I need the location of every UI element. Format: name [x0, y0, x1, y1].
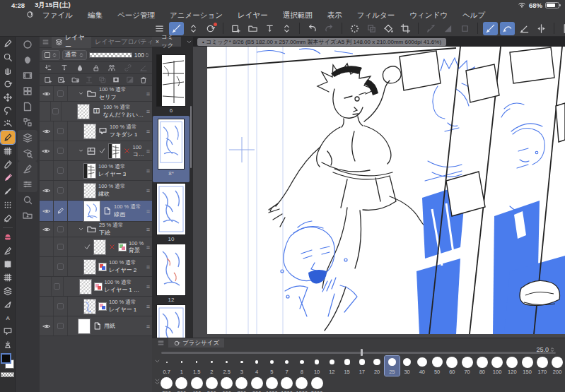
dock-edge-button[interactable]	[18, 37, 37, 52]
main-color-swatch[interactable]	[1, 353, 11, 364]
brush-tool-icon[interactable]	[1, 184, 15, 198]
layer-visibility-toggle[interactable]	[40, 222, 54, 237]
layer-visibility-toggle[interactable]	[40, 161, 54, 180]
canvas-size-icon[interactable]	[398, 22, 413, 35]
layer-state-box[interactable]	[54, 86, 68, 101]
expand-chevron-icon[interactable]	[78, 90, 84, 97]
template-icon[interactable]	[60, 64, 69, 72]
layer-state-box[interactable]	[51, 102, 62, 121]
menu-ヘルプ[interactable]: ヘルプ	[462, 11, 485, 20]
angle-disabled-icon[interactable]	[139, 64, 148, 72]
brush-preset-1500[interactable]: 1500	[294, 377, 309, 392]
tab-layers[interactable]: レイヤー	[52, 37, 91, 48]
layer-editing-pen-icon[interactable]	[54, 201, 68, 221]
export-chevron-icon[interactable]	[279, 22, 294, 35]
close-icon[interactable]: ×	[156, 38, 159, 45]
dock-ink-icon[interactable]	[18, 52, 37, 68]
layer-state-box[interactable]	[54, 161, 68, 180]
canvas-title-tab[interactable]: • コミック* 8/26 (B5 182.00 x 257.00mm 製本サイズ…	[197, 38, 446, 46]
device-icon[interactable]	[559, 22, 565, 35]
dock-brush-settings-icon[interactable]	[18, 161, 37, 177]
brush-preset-60[interactable]: 60	[445, 356, 460, 376]
dock-materials-icon[interactable]	[18, 208, 37, 223]
layer-row-下絵[interactable]: 25 % 通常下絵≡	[40, 222, 152, 237]
brush-preset-1200[interactable]: 1200	[279, 377, 294, 392]
brush-preset-500[interactable]: 500	[204, 377, 219, 392]
brush-preset-200[interactable]: 200	[550, 356, 565, 376]
frame-border-tool-icon[interactable]	[1, 338, 15, 351]
dock-workspace-icon[interactable]	[18, 114, 37, 130]
dock-animation-icon[interactable]	[18, 68, 37, 83]
opacity-slider[interactable]	[89, 52, 132, 58]
page-thumbnail-partial[interactable]	[152, 305, 190, 339]
dock-tool-property-icon[interactable]	[18, 177, 37, 192]
fill-bucket-icon[interactable]	[381, 22, 396, 35]
lock-layer-icon[interactable]	[92, 64, 100, 72]
page-panel-tab[interactable]: × コミック	[152, 37, 181, 47]
layer-row-レイヤー 2[interactable]: 100 % 通常レイヤー 2≡	[40, 257, 152, 277]
layer-row-背景[interactable]: 100 %背景≡	[40, 237, 152, 257]
blend-mode-select[interactable]: 通常	[62, 50, 87, 60]
selection-square-icon[interactable]	[458, 22, 472, 35]
brush-size-slider[interactable]	[161, 349, 556, 356]
new-canvas-icon[interactable]	[228, 22, 243, 35]
brush-preset-4[interactable]: 4	[250, 356, 264, 376]
brush-preset-120[interactable]: 120	[505, 356, 520, 376]
merge-disabled-icon[interactable]	[98, 76, 107, 84]
layer-thumbnail[interactable]	[79, 279, 92, 295]
tab-layer-property[interactable]: レイヤープロパティ	[91, 37, 152, 48]
brush-preset-300[interactable]: 300	[174, 377, 189, 392]
menu-表示[interactable]: 表示	[327, 11, 342, 20]
dock-tone-icon[interactable]	[18, 83, 37, 99]
brush-preset-40[interactable]: 40	[414, 356, 429, 376]
layer-visibility-toggle[interactable]	[40, 277, 52, 296]
hand-tool-icon[interactable]	[1, 64, 15, 77]
link-disabled-icon[interactable]	[124, 64, 132, 72]
eraser-tool-icon[interactable]	[1, 211, 15, 225]
layer-drag-handle[interactable]: ≡	[146, 167, 150, 174]
selection-tri-icon[interactable]	[441, 22, 455, 35]
dock-navigator-icon[interactable]	[18, 192, 37, 208]
redo-icon[interactable]	[322, 22, 337, 35]
layer-drag-handle[interactable]: ≡	[146, 108, 150, 115]
select-layer-icon[interactable]	[364, 22, 379, 35]
page-scrollbar[interactable]	[190, 106, 192, 168]
layer-visibility-toggle[interactable]	[40, 297, 54, 316]
layer-thumbnail[interactable]	[83, 259, 96, 275]
dock-layer-search-icon[interactable]	[18, 145, 37, 161]
layer-drag-handle[interactable]: ≡	[146, 208, 150, 215]
text-tool-icon[interactable]: A	[1, 311, 15, 324]
selection-pen-icon[interactable]	[424, 22, 438, 35]
page-thumbnail-10[interactable]: 10	[152, 184, 190, 247]
layer-thumbnail[interactable]	[83, 299, 96, 314]
layer-thumbnail[interactable]	[83, 183, 96, 198]
expand-chevron-icon[interactable]	[78, 148, 84, 154]
operation-tool-icon[interactable]	[1, 37, 15, 50]
menu-アニメーション[interactable]: アニメーション	[170, 11, 223, 20]
brush-preset-3[interactable]: 3	[234, 356, 249, 376]
wand-tool-icon[interactable]	[1, 117, 15, 131]
tone-tool-icon[interactable]	[1, 198, 15, 211]
opacity-value[interactable]: 100	[134, 52, 150, 59]
brush-preset-30[interactable]: 30	[400, 356, 414, 376]
layer-visibility-toggle[interactable]	[40, 316, 54, 335]
layer-visibility-toggle[interactable]	[40, 121, 54, 141]
transparent-color-swatch[interactable]	[1, 372, 14, 377]
dock-layer-icon[interactable]	[18, 130, 37, 145]
layer-row-セリフ[interactable]: 100 % 通常セリフ≡	[40, 86, 152, 102]
layer-drag-handle[interactable]: ≡	[146, 263, 150, 271]
page-thumbnail-12[interactable]: 12	[152, 244, 190, 308]
blend-tool-icon[interactable]	[1, 244, 15, 257]
layer-drag-handle[interactable]: ≡	[146, 226, 150, 233]
undo-icon[interactable]	[305, 22, 320, 35]
brush-preset-600[interactable]: 600	[219, 377, 234, 392]
brush-preset-7[interactable]: 7	[279, 356, 294, 376]
flip-view-icon[interactable]	[534, 22, 549, 35]
brush-size-value[interactable]: 25.0	[536, 346, 555, 353]
new-folder-icon[interactable]	[71, 76, 80, 84]
brush-preset-800[interactable]: 800	[250, 377, 264, 392]
zoom-tool-icon[interactable]	[1, 50, 15, 64]
brush-preset-70[interactable]: 70	[460, 356, 474, 376]
menu-フィルター[interactable]: フィルター	[357, 11, 395, 20]
layer-state-box[interactable]	[54, 297, 68, 316]
